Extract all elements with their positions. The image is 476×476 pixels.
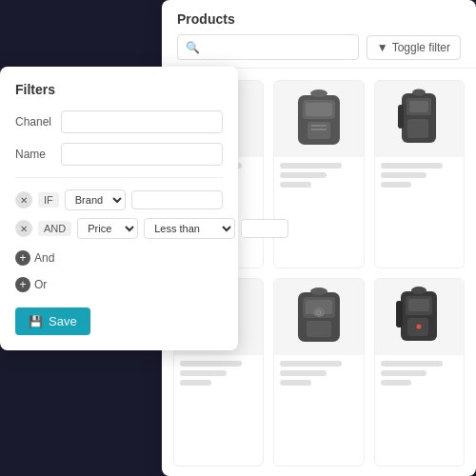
- search-icon: 🔍: [186, 41, 200, 54]
- product-line: [280, 361, 342, 367]
- toggle-filter-label: Toggle filter: [392, 41, 450, 54]
- product-line: [280, 172, 327, 178]
- product-line: [381, 172, 427, 178]
- add-condition-label: And: [34, 251, 54, 265]
- filter-chanel-input[interactable]: [61, 110, 223, 133]
- svg-rect-37: [396, 301, 403, 327]
- product-info: [375, 355, 464, 395]
- filter-name-label: Name: [15, 148, 61, 161]
- products-title: Products: [177, 11, 461, 27]
- condition-1-field-select[interactable]: Brand Price Name: [65, 189, 126, 210]
- product-info: [375, 157, 464, 197]
- filter-name-input[interactable]: [61, 143, 223, 166]
- product-card[interactable]: [374, 80, 465, 268]
- condition-2-connector: AND: [38, 221, 71, 236]
- product-line: [381, 361, 443, 367]
- product-line: [381, 182, 412, 188]
- svg-rect-8: [306, 103, 332, 116]
- product-line: [280, 370, 327, 376]
- add-group-button[interactable]: + Or: [15, 273, 47, 296]
- filter-field-chanel: Chanel: [15, 110, 223, 133]
- product-line: [381, 380, 412, 386]
- product-image: [274, 81, 363, 157]
- product-image: [375, 279, 464, 355]
- svg-rect-16: [407, 119, 428, 138]
- product-image: O: [274, 279, 363, 355]
- svg-rect-18: [398, 105, 404, 129]
- condition-1-value-input[interactable]: [131, 190, 223, 209]
- filter-icon: ▼: [377, 41, 388, 54]
- remove-condition-2-button[interactable]: ✕: [15, 220, 32, 237]
- add-group-label: Or: [34, 278, 47, 291]
- svg-point-17: [412, 89, 426, 96]
- filter-condition-row-2: ✕ AND Price Brand Name Less than Greater…: [15, 218, 223, 239]
- save-button[interactable]: 💾 Save: [15, 307, 90, 335]
- product-line: [180, 361, 242, 367]
- svg-point-36: [411, 287, 426, 294]
- product-line: [381, 163, 443, 169]
- product-line: [381, 370, 427, 376]
- toggle-filter-button[interactable]: ▼ Toggle filter: [367, 35, 461, 60]
- products-header: Products 🔍 ▼ Toggle filter: [162, 0, 476, 69]
- search-input[interactable]: [204, 40, 350, 54]
- filters-title: Filters: [15, 82, 223, 97]
- product-card[interactable]: [273, 80, 364, 268]
- filter-field-name: Name: [15, 143, 223, 166]
- save-icon: 💾: [29, 315, 43, 328]
- product-card[interactable]: [374, 278, 465, 466]
- add-condition-icon: +: [15, 250, 30, 266]
- product-info: [174, 355, 263, 395]
- svg-text:O: O: [316, 309, 322, 316]
- filter-divider: [15, 177, 223, 178]
- search-input-wrap: 🔍: [177, 34, 359, 60]
- svg-rect-34: [408, 299, 429, 311]
- condition-2-operator-select[interactable]: Less than Greater than Equals: [144, 218, 235, 239]
- svg-rect-9: [307, 122, 330, 139]
- condition-2-value-input[interactable]: [241, 219, 288, 238]
- product-image: [375, 81, 464, 157]
- svg-point-10: [310, 89, 327, 97]
- svg-rect-15: [409, 101, 428, 112]
- product-info: [274, 157, 363, 197]
- svg-point-29: [310, 288, 327, 295]
- product-line: [280, 380, 311, 386]
- product-line: [280, 163, 342, 169]
- add-group-icon: +: [15, 277, 30, 292]
- condition-1-connector: IF: [38, 192, 59, 208]
- add-condition-button[interactable]: + And: [15, 247, 54, 269]
- filter-chanel-label: Chanel: [15, 115, 61, 129]
- product-info: [274, 355, 363, 395]
- product-card[interactable]: O: [273, 278, 364, 466]
- product-line: [280, 182, 311, 188]
- save-label: Save: [49, 314, 77, 328]
- product-line: [180, 370, 227, 376]
- condition-2-field-select[interactable]: Price Brand Name: [77, 218, 138, 239]
- filter-condition-row-1: ✕ IF Brand Price Name: [15, 189, 223, 210]
- remove-condition-1-button[interactable]: ✕: [15, 191, 32, 208]
- svg-rect-28: [307, 321, 331, 337]
- search-bar: 🔍 ▼ Toggle filter: [177, 34, 461, 60]
- product-line: [180, 380, 211, 386]
- filters-panel: Filters Chanel Name ✕ IF Brand Price Nam…: [0, 67, 238, 350]
- svg-point-38: [417, 325, 422, 329]
